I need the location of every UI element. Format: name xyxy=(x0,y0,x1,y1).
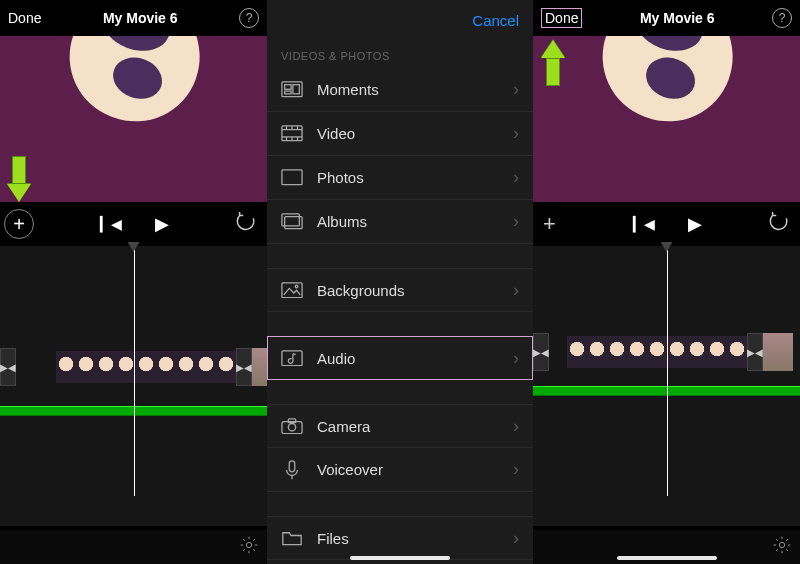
row-label: Audio xyxy=(317,350,513,367)
timeline[interactable]: ▶◀ ▶◀ xyxy=(0,246,267,526)
moments-icon xyxy=(281,81,303,99)
svg-rect-24 xyxy=(289,460,295,471)
chevron-right-icon: › xyxy=(513,280,519,301)
home-indicator xyxy=(350,556,450,560)
transition-handle-left[interactable]: ▶◀ xyxy=(0,348,16,386)
row-label: Video xyxy=(317,125,513,142)
play-button[interactable]: ▶ xyxy=(155,213,169,235)
skip-back-button[interactable]: ▎◀ xyxy=(100,216,122,232)
row-audio[interactable]: Audio › xyxy=(267,336,533,380)
undo-button[interactable] xyxy=(768,211,790,237)
svg-rect-23 xyxy=(288,419,295,423)
annotation-arrow-add xyxy=(7,156,31,206)
svg-rect-17 xyxy=(282,283,302,298)
clip-thumbnail-secondary[interactable] xyxy=(763,333,793,371)
row-label: Albums xyxy=(317,213,513,230)
chevron-right-icon: › xyxy=(513,123,519,144)
video-preview[interactable] xyxy=(533,36,800,202)
transport-bar: + ▎◀ ▶ xyxy=(0,202,267,246)
done-button[interactable]: Done xyxy=(541,8,582,28)
playhead[interactable] xyxy=(667,246,668,496)
media-browser-panel: Cancel VIDEOS & PHOTOS Moments › Video ›… xyxy=(267,0,533,564)
settings-icon[interactable] xyxy=(239,535,259,559)
row-camera[interactable]: Camera › xyxy=(267,404,533,448)
video-icon xyxy=(281,125,303,143)
help-icon[interactable]: ? xyxy=(239,8,259,28)
preview-frame-image xyxy=(585,36,752,139)
editor-panel-1: Done My Movie 6 ? + ▎◀ ▶ ▶◀ ▶◀ xyxy=(0,0,267,564)
clip-thumbnails[interactable] xyxy=(567,336,747,368)
transport-bar: + ▎◀ ▶ xyxy=(533,202,800,246)
undo-button[interactable] xyxy=(235,211,257,237)
chevron-right-icon: › xyxy=(513,79,519,100)
svg-rect-14 xyxy=(282,170,302,185)
svg-rect-2 xyxy=(285,85,291,90)
project-title: My Movie 6 xyxy=(41,10,239,26)
chevron-right-icon: › xyxy=(513,528,519,549)
svg-point-26 xyxy=(779,542,784,547)
row-label: Moments xyxy=(317,81,513,98)
top-bar: Done My Movie 6 ? xyxy=(0,0,267,36)
svg-point-22 xyxy=(288,423,295,430)
editor-panel-3: Done My Movie 6 ? + ▎◀ ▶ ▶◀ ▶◀ xyxy=(533,0,800,564)
chevron-right-icon: › xyxy=(513,167,519,188)
row-moments[interactable]: Moments › xyxy=(267,68,533,112)
backgrounds-icon xyxy=(281,281,303,299)
svg-point-0 xyxy=(246,542,251,547)
skip-back-button[interactable]: ▎◀ xyxy=(633,216,655,232)
section-header: VIDEOS & PHOTOS xyxy=(267,40,533,68)
photos-icon xyxy=(281,169,303,187)
annotation-arrow-done xyxy=(541,40,565,90)
voiceover-icon xyxy=(281,461,303,479)
row-label: Photos xyxy=(317,169,513,186)
cancel-button[interactable]: Cancel xyxy=(472,12,519,29)
transition-handle-left[interactable]: ▶◀ xyxy=(533,333,549,371)
editor-footer xyxy=(0,530,267,564)
row-label: Backgrounds xyxy=(317,282,513,299)
row-photos[interactable]: Photos › xyxy=(267,156,533,200)
play-button[interactable]: ▶ xyxy=(688,213,702,235)
svg-point-18 xyxy=(295,285,298,288)
svg-line-20 xyxy=(293,353,296,354)
files-icon xyxy=(281,529,303,547)
row-voiceover[interactable]: Voiceover › xyxy=(267,448,533,492)
row-backgrounds[interactable]: Backgrounds › xyxy=(267,268,533,312)
playhead[interactable] xyxy=(134,246,135,496)
clip-thumbnail-secondary[interactable] xyxy=(252,348,267,386)
row-label: Camera xyxy=(317,418,513,435)
svg-rect-4 xyxy=(285,91,291,94)
settings-icon[interactable] xyxy=(772,535,792,559)
add-media-button[interactable]: + xyxy=(543,211,556,237)
clip-thumbnails[interactable] xyxy=(56,351,236,383)
home-indicator xyxy=(617,556,717,560)
project-title: My Movie 6 xyxy=(582,10,772,26)
camera-icon xyxy=(281,417,303,435)
row-files[interactable]: Files › xyxy=(267,516,533,560)
row-label: Files xyxy=(317,530,513,547)
top-bar: Done My Movie 6 ? xyxy=(533,0,800,36)
chevron-right-icon: › xyxy=(513,459,519,480)
row-albums[interactable]: Albums › xyxy=(267,200,533,244)
row-video[interactable]: Video › xyxy=(267,112,533,156)
chevron-right-icon: › xyxy=(513,348,519,369)
video-preview[interactable] xyxy=(0,36,267,202)
done-button[interactable]: Done xyxy=(8,10,41,26)
transition-handle-right[interactable]: ▶◀ xyxy=(236,348,252,386)
timeline[interactable]: ▶◀ ▶◀ xyxy=(533,246,800,526)
row-label: Voiceover xyxy=(317,461,513,478)
chevron-right-icon: › xyxy=(513,416,519,437)
transition-handle-right[interactable]: ▶◀ xyxy=(747,333,763,371)
albums-icon xyxy=(281,213,303,231)
preview-frame-image xyxy=(52,36,219,139)
svg-rect-3 xyxy=(293,85,299,94)
help-icon[interactable]: ? xyxy=(772,8,792,28)
chevron-right-icon: › xyxy=(513,211,519,232)
add-media-button[interactable]: + xyxy=(4,209,34,239)
audio-icon xyxy=(281,349,303,367)
browser-header: Cancel xyxy=(267,0,533,40)
